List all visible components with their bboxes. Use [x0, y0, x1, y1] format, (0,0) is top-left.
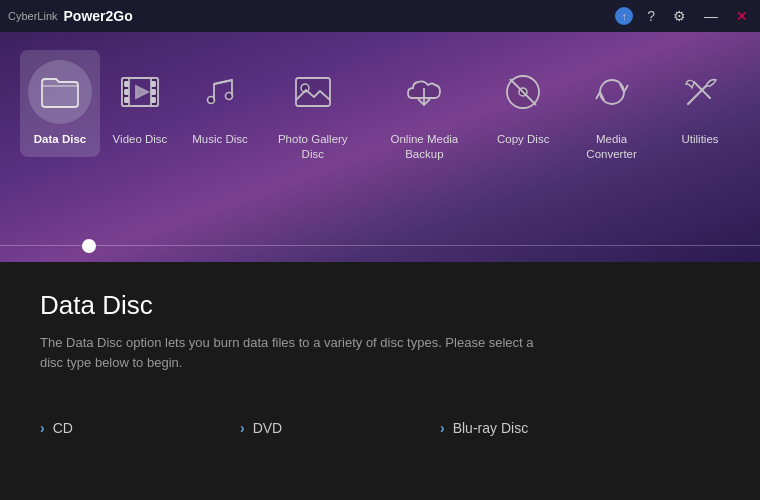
cd-chevron-icon: › — [40, 420, 45, 436]
section-title: Data Disc — [40, 290, 720, 321]
svg-point-13 — [208, 97, 215, 104]
top-section: Data Disc — [0, 32, 760, 262]
settings-button[interactable]: ⚙ — [669, 6, 690, 26]
minimize-button[interactable]: — — [700, 6, 722, 26]
video-disc-label: Video Disc — [113, 132, 168, 147]
cd-label: CD — [53, 420, 73, 436]
menu-item-photo-gallery[interactable]: Photo Gallery Disc — [260, 50, 366, 172]
svg-rect-5 — [125, 82, 128, 86]
photo-gallery-icon — [281, 60, 345, 124]
close-button[interactable]: ✕ — [732, 6, 752, 26]
svg-point-14 — [226, 93, 233, 100]
cd-option[interactable]: › CD — [40, 412, 240, 444]
copy-disc-icon — [491, 60, 555, 124]
title-bar-controls: ↑ ? ⚙ — ✕ — [615, 6, 752, 26]
svg-line-21 — [688, 86, 706, 104]
indicator-dot — [82, 239, 96, 253]
svg-marker-11 — [136, 86, 148, 98]
update-button[interactable]: ↑ — [615, 7, 633, 25]
photo-gallery-label: Photo Gallery Disc — [272, 132, 354, 162]
svg-rect-15 — [296, 78, 330, 106]
online-backup-label: Online Media Backup — [378, 132, 472, 162]
title-bar: CyberLink Power2Go ↑ ? ⚙ — ✕ — [0, 0, 760, 32]
media-converter-icon — [580, 60, 644, 124]
online-backup-icon — [392, 60, 456, 124]
dvd-label: DVD — [253, 420, 283, 436]
menu-item-utilities[interactable]: Utilities — [660, 50, 740, 157]
title-bar-left: CyberLink Power2Go — [8, 8, 133, 24]
menu-item-online-backup[interactable]: Online Media Backup — [366, 50, 484, 172]
app-name-label: Power2Go — [64, 8, 133, 24]
menu-item-music-disc[interactable]: Music Disc — [180, 50, 260, 157]
disc-options: › CD › DVD › Blu-ray Disc — [40, 412, 720, 444]
music-disc-icon — [188, 60, 252, 124]
svg-rect-7 — [125, 98, 128, 102]
menu-item-copy-disc[interactable]: Copy Disc — [483, 50, 563, 157]
media-converter-label: Media Converter — [575, 132, 648, 162]
indicator-line — [0, 245, 760, 246]
indicator-area — [0, 222, 760, 262]
music-disc-label: Music Disc — [192, 132, 248, 147]
copy-disc-label: Copy Disc — [497, 132, 549, 147]
utilities-icon — [668, 60, 732, 124]
menu-row: Data Disc — [0, 32, 760, 172]
help-button[interactable]: ? — [643, 6, 659, 26]
svg-line-12 — [214, 80, 232, 84]
dvd-option[interactable]: › DVD — [240, 412, 440, 444]
svg-rect-9 — [152, 90, 155, 94]
bluray-chevron-icon: › — [440, 420, 445, 436]
section-description: The Data Disc option lets you burn data … — [40, 333, 560, 372]
dvd-chevron-icon: › — [240, 420, 245, 436]
menu-item-video-disc[interactable]: Video Disc — [100, 50, 180, 157]
svg-rect-10 — [152, 98, 155, 102]
bluray-label: Blu-ray Disc — [453, 420, 528, 436]
data-disc-label: Data Disc — [34, 132, 86, 147]
utilities-label: Utilities — [681, 132, 718, 147]
bluray-option[interactable]: › Blu-ray Disc — [440, 412, 640, 444]
brand-label: CyberLink — [8, 10, 58, 22]
data-disc-icon — [28, 60, 92, 124]
bottom-section: Data Disc The Data Disc option lets you … — [0, 262, 760, 500]
video-disc-icon — [108, 60, 172, 124]
menu-item-data-disc[interactable]: Data Disc — [20, 50, 100, 157]
svg-rect-6 — [125, 90, 128, 94]
svg-rect-8 — [152, 82, 155, 86]
menu-item-media-converter[interactable]: Media Converter — [563, 50, 660, 172]
